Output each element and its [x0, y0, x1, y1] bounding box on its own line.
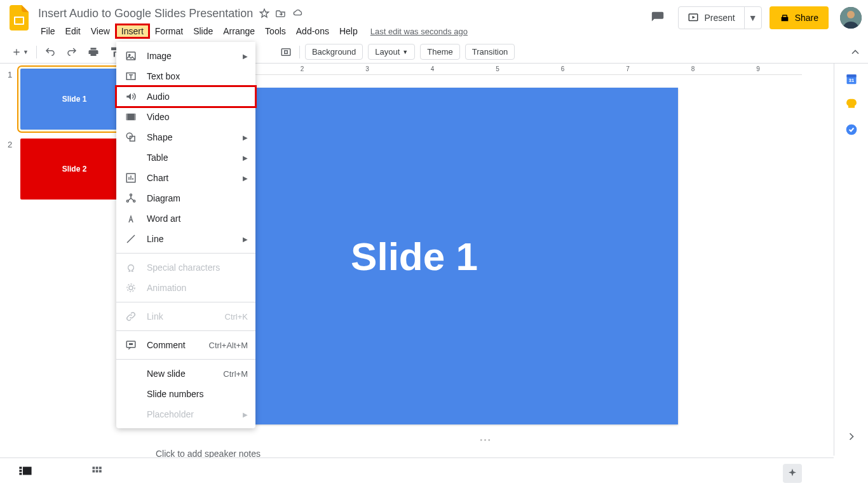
- menu-item-label: Animation: [147, 283, 248, 293]
- line-icon: [124, 233, 138, 245]
- menu-file[interactable]: File: [36, 24, 60, 38]
- shortcut-label: Ctrl+K: [225, 312, 248, 322]
- menu-item-label: Text box: [147, 71, 248, 81]
- insert-shape[interactable]: Shape▶: [116, 127, 255, 147]
- insert-new-slide[interactable]: New slideCtrl+M: [116, 363, 255, 384]
- insert-placeholder: Placeholder▶: [116, 404, 255, 424]
- insert-diagram[interactable]: Diagram: [116, 188, 255, 208]
- cloud-saved-icon[interactable]: [292, 8, 304, 18]
- svg-rect-16: [99, 466, 102, 469]
- omega-icon: [124, 262, 138, 273]
- insert-image[interactable]: Image▶: [116, 46, 255, 66]
- menu-slide[interactable]: Slide: [188, 24, 218, 38]
- new-slide-button[interactable]: ▼: [8, 44, 32, 60]
- insert-line[interactable]: Line▶: [116, 229, 255, 249]
- print-button[interactable]: [84, 44, 103, 60]
- svg-rect-5: [281, 48, 290, 55]
- video-icon: [124, 111, 138, 123]
- layout-button[interactable]: Layout▼: [368, 44, 415, 60]
- shortcut-label: Ctrl+Alt+M: [209, 341, 248, 350]
- move-icon[interactable]: [276, 8, 286, 18]
- filmstrip-view-icon[interactable]: [19, 466, 34, 481]
- theme-button[interactable]: Theme: [420, 44, 459, 60]
- menu-view[interactable]: View: [86, 24, 115, 38]
- comment-history-icon[interactable]: [645, 5, 670, 30]
- doc-title[interactable]: Insert Audio to Google Slides Presentati…: [36, 7, 255, 20]
- svg-rect-10: [19, 466, 22, 468]
- insert-video[interactable]: Video: [116, 107, 255, 127]
- slide-thumb-1[interactable]: Slide 1: [20, 69, 128, 130]
- footer: [0, 458, 834, 488]
- menu-item-label: Video: [147, 112, 248, 122]
- slide-title-text: Slide 1: [351, 234, 478, 279]
- explore-button[interactable]: [783, 464, 802, 483]
- menu-item-label: Slide numbers: [147, 389, 248, 399]
- svg-rect-7: [846, 74, 856, 77]
- svg-point-21: [129, 54, 130, 55]
- insert-chart[interactable]: Chart▶: [116, 168, 255, 188]
- calendar-icon[interactable]: 31: [845, 72, 858, 85]
- svg-text:31: 31: [848, 78, 853, 83]
- chevron-right-icon: ▶: [243, 411, 248, 418]
- svg-rect-14: [93, 466, 95, 469]
- insert-audio[interactable]: Audio: [116, 86, 255, 107]
- svg-rect-18: [96, 470, 98, 472]
- insert-text-box[interactable]: Text box: [116, 66, 255, 86]
- menu-item-label: Diagram: [147, 193, 248, 203]
- insert-table[interactable]: Table▶: [116, 147, 255, 168]
- menu-format[interactable]: Format: [150, 24, 188, 38]
- menu-addons[interactable]: Add-ons: [291, 24, 334, 38]
- chevron-right-icon: ▶: [243, 175, 248, 182]
- chevron-right-icon: ▶: [243, 154, 248, 161]
- insert-special-characters: Special characters: [116, 257, 255, 278]
- separator: [36, 46, 37, 58]
- menu-item-label: Table: [147, 152, 248, 163]
- menu-separator: [116, 330, 255, 331]
- header: Insert Audio to Google Slides Presentati…: [0, 0, 868, 41]
- side-panel: 31: [834, 64, 868, 456]
- grid-view-icon[interactable]: [92, 466, 107, 481]
- svg-rect-24: [126, 114, 128, 121]
- account-avatar[interactable]: [840, 7, 862, 29]
- insert-word-art[interactable]: Word art: [116, 208, 255, 229]
- menu-help[interactable]: Help: [334, 24, 363, 38]
- slides-logo[interactable]: [6, 5, 32, 30]
- background-button[interactable]: Background: [305, 44, 363, 60]
- undo-button[interactable]: [41, 44, 60, 60]
- menu-item-label: Shape: [147, 132, 248, 142]
- last-edit-link[interactable]: Last edit was seconds ago: [370, 27, 468, 36]
- slide-thumb-2[interactable]: Slide 2: [20, 139, 128, 200]
- redo-button[interactable]: [62, 44, 81, 60]
- svg-rect-13: [23, 466, 32, 475]
- tasks-icon[interactable]: [845, 123, 858, 136]
- menu-separator: [116, 302, 255, 302]
- text-icon: [124, 71, 138, 82]
- present-dropdown[interactable]: ▼: [745, 13, 761, 23]
- star-icon[interactable]: [259, 8, 269, 18]
- collapse-toolbar[interactable]: [849, 46, 862, 58]
- svg-point-32: [129, 286, 133, 290]
- transition-button[interactable]: Transition: [465, 44, 515, 60]
- present-button[interactable]: Present: [679, 7, 744, 29]
- chevron-right-icon: ▶: [243, 134, 248, 141]
- menu-arrange[interactable]: Arrange: [218, 24, 260, 38]
- menu-bar: File Edit View Insert Format Slide Arran…: [36, 23, 645, 39]
- notes-resize-handle[interactable]: • • •: [143, 437, 827, 442]
- keep-icon[interactable]: [845, 98, 858, 111]
- audio-icon: [124, 91, 138, 102]
- share-label: Share: [795, 13, 818, 23]
- svg-rect-1: [15, 18, 23, 24]
- show-side-panel[interactable]: [845, 430, 858, 443]
- share-button[interactable]: Share: [770, 6, 829, 29]
- menu-insert[interactable]: Insert: [115, 24, 150, 39]
- insert-slide-numbers[interactable]: Slide numbers: [116, 384, 255, 404]
- insert-comment[interactable]: CommentCtrl+Alt+M: [116, 335, 255, 355]
- menu-separator: [116, 359, 255, 360]
- svg-point-29: [130, 194, 132, 196]
- menu-edit[interactable]: Edit: [60, 24, 86, 38]
- diagram-icon: [124, 193, 138, 204]
- menu-tools[interactable]: Tools: [260, 24, 291, 38]
- present-group: Present ▼: [678, 6, 761, 29]
- menu-item-label: Special characters: [147, 262, 248, 273]
- header-actions: Present ▼ Share: [645, 5, 862, 30]
